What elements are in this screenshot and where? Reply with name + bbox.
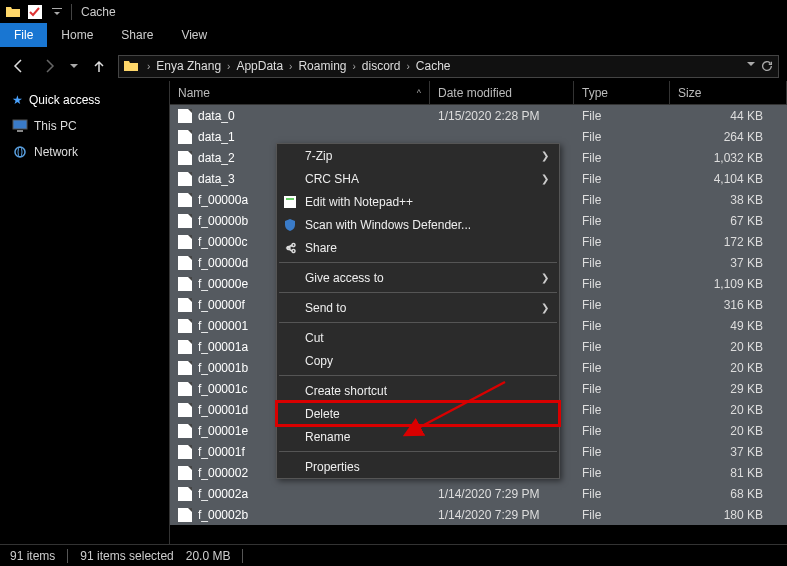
- file-icon: [178, 172, 192, 186]
- cell-size: 49 KB: [670, 319, 787, 333]
- svg-rect-6: [284, 196, 296, 208]
- sidebar-item-label: This PC: [34, 119, 77, 133]
- cell-type: File: [574, 445, 670, 459]
- menu-item-7-zip[interactable]: 7-Zip❯: [277, 144, 559, 167]
- menu-item-crc-sha[interactable]: CRC SHA❯: [277, 167, 559, 190]
- refresh-icon[interactable]: [760, 59, 774, 73]
- file-icon: [178, 130, 192, 144]
- column-size[interactable]: Size: [670, 81, 787, 104]
- tab-share[interactable]: Share: [107, 23, 167, 47]
- menu-separator: [279, 292, 557, 293]
- menu-separator: [279, 262, 557, 263]
- star-icon: ★: [12, 93, 23, 107]
- file-icon: [178, 487, 192, 501]
- breadcrumb-segment[interactable]: AppData: [234, 59, 285, 73]
- chevron-right-icon[interactable]: ›: [285, 61, 296, 72]
- table-row[interactable]: data_01/15/2020 2:28 PMFile44 KB: [170, 105, 787, 126]
- tab-file[interactable]: File: [0, 23, 47, 47]
- cell-size: 316 KB: [670, 298, 787, 312]
- cell-size: 1,109 KB: [670, 277, 787, 291]
- cell-size: 68 KB: [670, 487, 787, 501]
- sidebar-item-quick-access[interactable]: ★ Quick access: [0, 87, 169, 113]
- menu-item-cut[interactable]: Cut: [277, 326, 559, 349]
- menu-item-label: Properties: [305, 460, 360, 474]
- context-menu: 7-Zip❯CRC SHA❯Edit with Notepad++Scan wi…: [276, 143, 560, 479]
- menu-separator: [279, 322, 557, 323]
- menu-item-label: Edit with Notepad++: [305, 195, 413, 209]
- status-bar: 91 items 91 items selected 20.0 MB: [0, 544, 787, 566]
- titlebar: Cache: [0, 0, 787, 23]
- cell-date: 1/14/2020 7:29 PM: [430, 487, 574, 501]
- chevron-right-icon: ❯: [541, 150, 549, 161]
- sidebar-item-network[interactable]: Network: [0, 139, 169, 165]
- cell-type: File: [574, 130, 670, 144]
- file-icon: [178, 151, 192, 165]
- up-button[interactable]: [88, 55, 110, 77]
- cell-type: File: [574, 193, 670, 207]
- menu-item-rename[interactable]: Rename: [277, 425, 559, 448]
- tab-home[interactable]: Home: [47, 23, 107, 47]
- cell-type: File: [574, 340, 670, 354]
- column-headers: Name^ Date modified Type Size: [170, 81, 787, 105]
- address-bar[interactable]: › Enya Zhang › AppData › Roaming › disco…: [118, 55, 779, 78]
- separator: [242, 549, 243, 563]
- cell-size: 29 KB: [670, 382, 787, 396]
- column-date[interactable]: Date modified: [430, 81, 574, 104]
- cell-name: data_0: [170, 109, 430, 123]
- address-dropdown-icon[interactable]: [746, 59, 756, 73]
- menu-item-create-shortcut[interactable]: Create shortcut: [277, 379, 559, 402]
- folder-icon: [123, 58, 139, 74]
- breadcrumb-segment[interactable]: Enya Zhang: [154, 59, 223, 73]
- qat-dropdown-icon[interactable]: [49, 4, 65, 20]
- breadcrumb-segment[interactable]: Roaming: [296, 59, 348, 73]
- menu-item-label: Rename: [305, 430, 350, 444]
- menu-item-scan-with-windows-defender[interactable]: Scan with Windows Defender...: [277, 213, 559, 236]
- breadcrumb-segment[interactable]: Cache: [414, 59, 453, 73]
- cell-type: File: [574, 382, 670, 396]
- back-button[interactable]: [8, 55, 30, 77]
- menu-item-label: 7-Zip: [305, 149, 332, 163]
- navbar: › Enya Zhang › AppData › Roaming › disco…: [0, 51, 787, 81]
- cell-size: 38 KB: [670, 193, 787, 207]
- cell-size: 4,104 KB: [670, 172, 787, 186]
- table-row[interactable]: f_00002b1/14/2020 7:29 PMFile180 KB: [170, 504, 787, 525]
- menu-item-delete[interactable]: Delete: [277, 402, 559, 425]
- menu-item-label: Delete: [305, 407, 340, 421]
- tab-view[interactable]: View: [167, 23, 221, 47]
- recent-dropdown-icon[interactable]: [68, 55, 80, 77]
- file-icon: [178, 361, 192, 375]
- table-row[interactable]: f_00002a1/14/2020 7:29 PMFile68 KB: [170, 483, 787, 504]
- cell-type: File: [574, 487, 670, 501]
- cell-type: File: [574, 109, 670, 123]
- menu-item-copy[interactable]: Copy: [277, 349, 559, 372]
- file-icon: [178, 298, 192, 312]
- column-type[interactable]: Type: [574, 81, 670, 104]
- file-icon: [178, 235, 192, 249]
- sidebar-item-this-pc[interactable]: This PC: [0, 113, 169, 139]
- file-icon: [178, 277, 192, 291]
- column-name[interactable]: Name^: [170, 81, 430, 104]
- chevron-right-icon[interactable]: ›: [143, 61, 154, 72]
- cell-name: f_00002b: [170, 508, 430, 522]
- cell-type: File: [574, 319, 670, 333]
- chevron-right-icon[interactable]: ›: [223, 61, 234, 72]
- cell-type: File: [574, 508, 670, 522]
- menu-item-properties[interactable]: Properties: [277, 455, 559, 478]
- menu-item-give-access-to[interactable]: Give access to❯: [277, 266, 559, 289]
- checklist-icon[interactable]: [27, 4, 43, 20]
- menu-item-share[interactable]: Share: [277, 236, 559, 259]
- sidebar-item-label: Network: [34, 145, 78, 159]
- menu-item-send-to[interactable]: Send to❯: [277, 296, 559, 319]
- menu-item-label: Copy: [305, 354, 333, 368]
- cell-type: File: [574, 151, 670, 165]
- cell-type: File: [574, 256, 670, 270]
- chevron-right-icon[interactable]: ›: [403, 61, 414, 72]
- forward-button[interactable]: [38, 55, 60, 77]
- file-icon: [178, 466, 192, 480]
- chevron-right-icon[interactable]: ›: [348, 61, 359, 72]
- breadcrumb-segment[interactable]: discord: [360, 59, 403, 73]
- menu-item-edit-with-notepad[interactable]: Edit with Notepad++: [277, 190, 559, 213]
- chevron-right-icon: ❯: [541, 272, 549, 283]
- cell-type: File: [574, 466, 670, 480]
- cell-type: File: [574, 298, 670, 312]
